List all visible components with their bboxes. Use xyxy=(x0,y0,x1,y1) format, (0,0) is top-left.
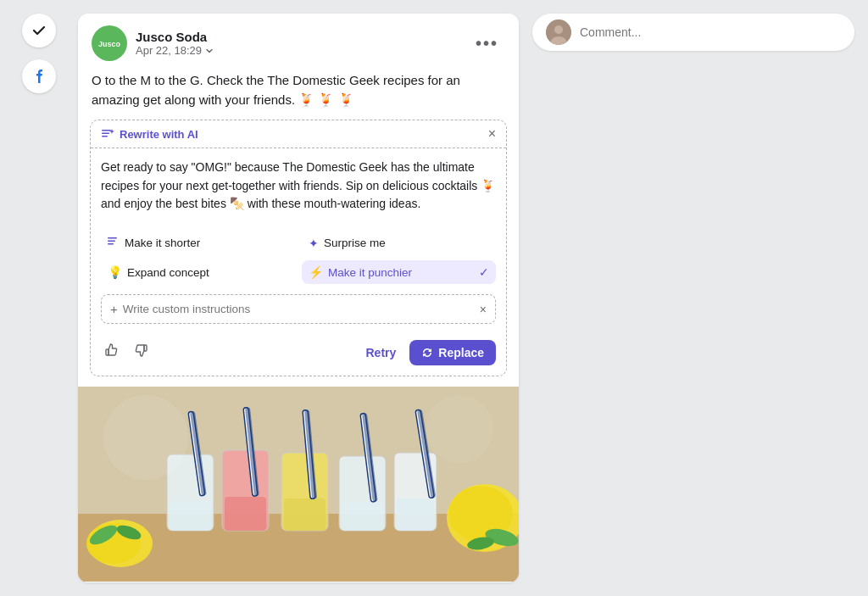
ai-rewrite-panel: Rewrite with AI × Get ready to say "OMG!… xyxy=(90,120,507,376)
retry-button[interactable]: Retry xyxy=(359,341,403,365)
svg-rect-21 xyxy=(225,497,266,531)
custom-instructions-clear-icon[interactable]: × xyxy=(480,303,487,316)
svg-rect-9 xyxy=(144,345,147,351)
facebook-icon-button[interactable] xyxy=(22,59,56,93)
thumbs-down-button[interactable] xyxy=(130,339,152,365)
comment-panel xyxy=(532,14,854,582)
post-time-row: Apr 22, 18:29 xyxy=(136,44,214,57)
ai-rewrite-header: Rewrite with AI × xyxy=(91,120,506,148)
post-menu-button[interactable]: ••• xyxy=(469,31,505,57)
svg-rect-4 xyxy=(102,136,108,137)
ai-option-expand[interactable]: 💡 Expand concept xyxy=(101,260,295,284)
svg-rect-25 xyxy=(284,499,326,531)
ai-option-expand-label: Expand concept xyxy=(127,266,209,279)
svg-rect-5 xyxy=(108,237,117,239)
shorter-icon xyxy=(108,236,120,250)
ai-rewrite-icon xyxy=(101,127,114,141)
ai-panel-title-text: Rewrite with AI xyxy=(120,128,198,141)
chevron-down-icon[interactable] xyxy=(205,47,214,55)
replace-label: Replace xyxy=(438,346,484,359)
post-text-content: O to the M to the G. Check the The Domes… xyxy=(92,73,460,107)
svg-rect-7 xyxy=(108,243,114,245)
plus-icon: + xyxy=(110,302,118,316)
punchier-check-icon: ✓ xyxy=(479,265,489,279)
post-image xyxy=(78,387,519,582)
post-timestamp: Apr 22, 18:29 xyxy=(136,44,202,57)
comment-avatar xyxy=(546,19,571,45)
ai-rewritten-text: Get ready to say "OMG!" because The Dome… xyxy=(91,148,506,224)
thumbs-up-button[interactable] xyxy=(101,339,123,365)
svg-rect-3 xyxy=(102,133,109,135)
ai-option-shorter-label: Make it shorter xyxy=(125,237,200,249)
ai-rewrite-title: Rewrite with AI xyxy=(101,127,198,141)
ai-option-punchier-label: Make it punchier xyxy=(328,266,412,279)
post-header: Jusco Jusco Soda Apr 22, 18:29 ••• xyxy=(78,14,519,68)
sidebar xyxy=(0,0,78,596)
surprise-icon: ✦ xyxy=(309,237,319,250)
feedback-buttons xyxy=(101,339,152,365)
check-icon-button[interactable] xyxy=(22,14,56,47)
comment-input[interactable] xyxy=(580,25,841,39)
svg-rect-8 xyxy=(106,349,108,355)
main-content: Jusco Jusco Soda Apr 22, 18:29 ••• O to … xyxy=(78,0,868,596)
svg-rect-33 xyxy=(397,499,434,531)
ai-options-grid: Make it shorter ✦ Surprise me 💡 Expand c… xyxy=(91,224,506,292)
ai-option-punchier[interactable]: ⚡ Make it punchier ✓ xyxy=(302,260,496,284)
ai-close-button[interactable]: × xyxy=(488,127,496,141)
svg-point-42 xyxy=(426,395,493,463)
expand-icon: 💡 xyxy=(108,265,122,279)
replace-icon xyxy=(421,347,433,359)
action-right: Retry Replace xyxy=(359,340,497,365)
author-name: Jusco Soda xyxy=(136,30,214,44)
author-avatar: Jusco xyxy=(92,25,127,61)
ai-option-shorter[interactable]: Make it shorter xyxy=(101,231,295,255)
action-row: Retry Replace xyxy=(91,332,506,376)
custom-instructions-input[interactable] xyxy=(123,303,475,315)
post-header-left: Jusco Jusco Soda Apr 22, 18:29 xyxy=(92,25,214,61)
svg-point-41 xyxy=(103,395,188,480)
drinks-image xyxy=(78,387,519,582)
punchier-icon: ⚡ xyxy=(309,265,323,279)
svg-rect-29 xyxy=(342,502,383,531)
svg-rect-17 xyxy=(170,501,211,531)
svg-point-44 xyxy=(554,25,563,34)
replace-button[interactable]: Replace xyxy=(409,340,496,365)
ai-option-surprise[interactable]: ✦ Surprise me xyxy=(302,231,496,255)
svg-text:Jusco: Jusco xyxy=(98,40,120,48)
post-card: Jusco Jusco Soda Apr 22, 18:29 ••• O to … xyxy=(78,14,519,582)
post-meta: Jusco Soda Apr 22, 18:29 xyxy=(136,30,214,57)
svg-rect-2 xyxy=(102,130,111,131)
ai-option-surprise-label: Surprise me xyxy=(324,237,386,249)
post-text: O to the M to the G. Check the The Domes… xyxy=(78,68,519,120)
svg-rect-6 xyxy=(108,241,115,242)
custom-instructions-row: + × xyxy=(101,294,496,324)
comment-box xyxy=(532,14,854,51)
